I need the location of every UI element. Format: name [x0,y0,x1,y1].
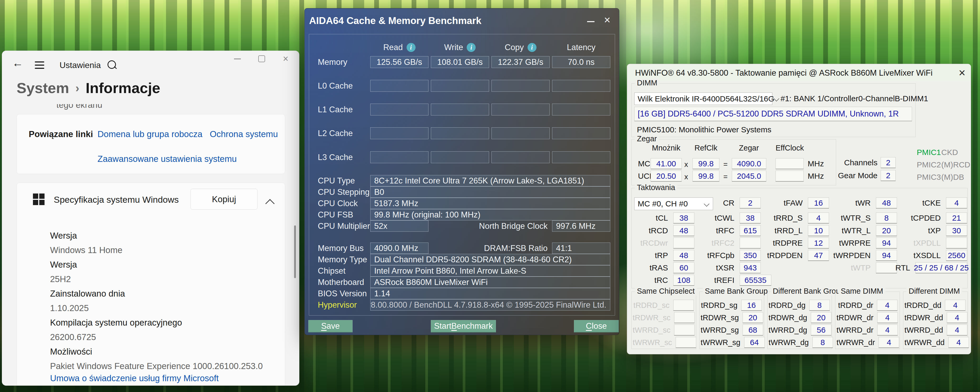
timing-label-trfc2: tRFC2 [674,237,734,249]
timing-label-tcke: tCKE [880,198,941,209]
aida-col-header-text: Write [444,43,463,52]
minimize-icon[interactable] [587,21,595,22]
aida-memory-latency-value: 70.0 ns [552,56,610,68]
close-icon[interactable]: × [604,14,611,26]
timing-label-trdwr-dg: tRDWR_dg [768,314,811,322]
aida-value-cpu-fsb: 99.8 MHz (original: 100 MHz) [370,209,610,220]
aida-memory-read-value: 125.56 GB/s [370,56,428,68]
group-same-dimm: Same DIMMtRDRD_dr4tRDWR_dr4tWRRD_dr4tWRW… [835,292,900,349]
timing-label-twrpre: tWRPRE [810,237,871,249]
times-sign: x [684,171,688,183]
timing-value-twrwr-sg: 64 [744,337,765,348]
aida-l0-cache-box-read [370,80,428,92]
uclk-row: UCLK 20.50 x 99.8 = 2045.0 MHz [632,171,836,182]
aida-row-label-cpu-clock: CPU Clock [318,198,358,209]
aida-l2-cache-box-read [370,127,428,139]
aida-col-header-text: Latency [567,43,595,52]
timing-label-trdpre: tRDPRE [742,237,803,249]
link-umowa-microsoft[interactable]: Umowa o świadczenie usług firmy Microsof… [50,373,219,383]
timing-value-trdwr-sg: 20 [743,312,763,323]
pmic-label-pmic3: PMIC3 [917,172,941,182]
info-icon[interactable]: i [407,43,415,52]
breadcrumb-system[interactable]: System [17,80,69,96]
link-zaawansowane-ustawienia[interactable]: Zaawansowane ustawienia systemu [97,154,237,164]
menu-icon[interactable] [35,61,44,71]
aida-row-label-bios-version: BIOS Version [318,288,367,299]
aida64-benchmark-panel: ReadiWriteiCopyiLatencyMemory125.56 GB/s… [309,34,615,316]
close-icon[interactable]: × [959,66,966,79]
taktowania-group-label: Taktowania [635,183,677,192]
spec-row-value: 26200.6725 [50,330,277,344]
timing-value-trdrd-dg: 8 [809,300,830,311]
col-header-zegar: Zegar [729,144,768,152]
group-same-chipselect: Same ChipselecttRDRD_sctRDWR_sctWRRD_sct… [632,292,696,349]
aida-value-memory-type: Dual Channel DDR5-8200 SDRAM (38-48-48-6… [370,254,610,265]
hwinfo-window: HWiNFO® 64 v8.30-5800 - Taktowanie pamię… [627,64,971,354]
equals-sign: = [723,158,727,171]
aida-value-cpu-type: 8C+12c Intel Core Ultra 7 265K (Arrow La… [370,175,610,186]
aida-col-header-text: Copy [504,43,523,52]
timing-label-rtl: RTL [850,262,910,273]
link-ochrona-systemu[interactable]: Ochrona systemu [210,129,278,139]
timing-row-trdrd-sg: tRDRD_sg16 [701,300,762,311]
link-domena-grupa[interactable]: Domena lub grupa robocza [97,129,202,139]
timing-row-twrwr-dd: tWRWR_dd4 [904,337,966,348]
timing-value-twrwr-dd: 4 [948,337,969,348]
aida64-window: AIDA64 Cache & Memory Benchmark × ReadiW… [304,8,619,335]
app-title: Ustawienia [60,61,101,70]
dimm-group: DIMM Wilk Elektronik IR-6400D564L32S/16G… [632,83,916,137]
timing-row-trdwr-sc: tRDWR_sc [633,312,694,323]
spec-row-label: Kompilacja systemu operacyjnego [50,315,277,330]
timing-label-twrpden: tWRPDEN [810,250,871,261]
timing-label-trrd-s: tRRD_S [742,212,803,223]
minimize-icon[interactable] [232,54,243,64]
related-links-card: Powiązane linki Domena lub grupa robocza… [17,114,285,174]
dimm-selector-dropdown[interactable]: Wilk Elektronik IR-6400D564L32S/16G [634,92,772,105]
timing-value-twrrd-sc [674,325,695,336]
info-icon[interactable]: i [528,43,536,52]
timing-value-tcpded: 21 [946,212,967,223]
aida-value-cpu-multiplier: 52x [370,220,428,232]
timing-label-trcd: tRCD [627,225,668,236]
spec-row-label: Możliwości [50,344,277,359]
spec-row-label: Wersja [50,228,277,243]
col-header-refclk: RefClk [686,144,726,152]
desktop: ← Ustawienia × System›Informacje tego ek… [0,0,980,392]
aida-memory-write-value: 108.01 GB/s [431,56,489,68]
start-benchmark-button[interactable]: Start Benchmark [431,320,496,332]
aida-row-label-memory-type: Memory Type [318,254,367,265]
timing-value-trdrd-dd: 4 [945,300,966,311]
col-header-effclock: EffClock [770,144,810,152]
group-rows-same-bank-group: tRDRD_sg16tRDWR_sg20tWRRD_sg68tWRWR_sg64 [701,300,762,349]
timing-row-trdrd-dd: tRDRD_dd4 [904,300,966,311]
chevron-up-icon[interactable] [266,199,275,208]
search-icon[interactable] [108,61,116,69]
timing-label-tfaw: tFAW [742,198,803,209]
scrollbar-thumb[interactable] [294,225,296,278]
copy-button[interactable]: Kopiuj [191,189,258,210]
dimm-module-field: [16 GB] DDR5-6400 / PC5-51200 DDR5 SDRAM… [634,107,912,121]
back-icon[interactable]: ← [12,57,23,69]
pmic-label-pmic2: PMIC2 [917,160,941,170]
timing-label-twr: tWR [810,198,871,209]
info-icon[interactable]: i [467,43,476,52]
maximize-icon[interactable] [256,54,267,64]
timing-value-twrwr-dr: 4 [878,337,899,348]
timing-value-trdwr-dr: 4 [877,312,898,323]
mclk-row: MCLK 41.00 x 99.8 = 4090.0 MHz [632,158,836,169]
close-button[interactable]: Close [574,320,619,332]
aida-row-label-motherboard: Motherboard [318,277,364,288]
breadcrumb: System›Informacje [17,79,160,97]
timing-value-trdrd-dr: 4 [877,300,897,311]
timing-label-trdwr-dd: tRDWR_dd [904,314,947,322]
mclk-effclock-value [775,158,804,169]
timing-value-rtl: 25 / 25 / 68 / 25 [915,262,967,273]
aida-col-header-latency: Latency [552,41,610,53]
timing-row-twrrd-sg: tWRRD_sg68 [701,325,762,336]
aida-col-header-write: Writei [431,41,489,53]
aida-l0-cache-box-latency [552,80,610,92]
dimm-selector-value: Wilk Elektronik IR-6400D564L32S/16G [638,94,775,104]
close-icon[interactable]: × [280,54,291,64]
save-button[interactable]: Save [308,320,353,332]
group-rows-same-chipselect: tRDRD_sctRDWR_sctWRRD_sctWRWR_sc [633,300,694,349]
